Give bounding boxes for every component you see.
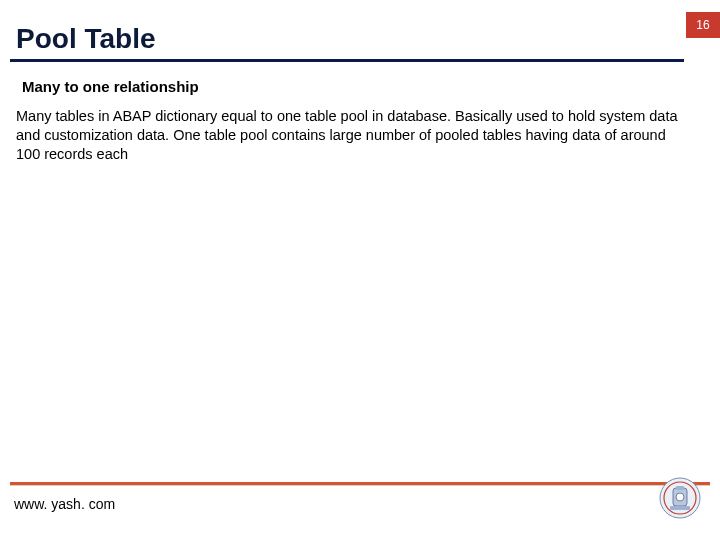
footer-url: www. yash. com [14,496,115,512]
company-logo-icon [658,476,702,520]
subtitle: Many to one relationship [22,78,199,95]
svg-point-4 [676,493,684,501]
title-bar: Pool Table [10,18,684,62]
footer-divider-gray [10,485,710,486]
footer: www. yash. com [0,482,720,522]
slide: Pool Table 16 Many to one relationship M… [0,0,720,540]
svg-rect-5 [670,506,690,510]
body-text: Many tables in ABAP dictionary equal to … [16,107,692,164]
page-number: 16 [696,18,709,32]
page-number-badge: 16 [686,12,720,38]
svg-rect-3 [676,486,684,490]
slide-title: Pool Table [10,23,156,55]
